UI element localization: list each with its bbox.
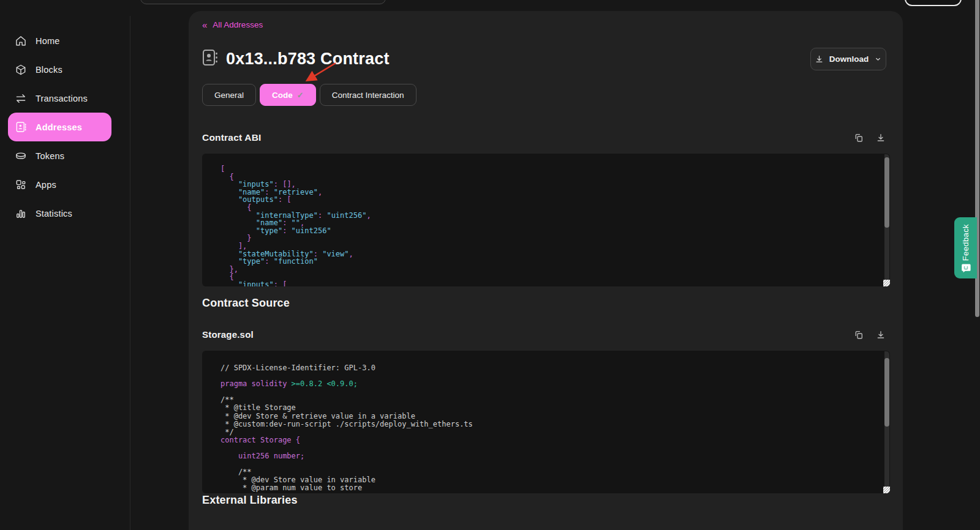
tokens-icon xyxy=(15,150,27,162)
sidebar-divider xyxy=(130,16,130,530)
feedback-button[interactable]: Feedback xyxy=(954,217,977,278)
download-file-icon[interactable] xyxy=(876,330,886,340)
source-code: // SPDX-License-Identifier: GPL-3.0 prag… xyxy=(202,351,890,493)
sidebar-item-label: Transactions xyxy=(36,94,88,103)
code-line: pragma solidity >=0.8.2 <0.9.0; xyxy=(221,380,890,388)
home-icon xyxy=(15,35,27,47)
tab-contract-interaction[interactable]: Contract Interaction xyxy=(320,84,417,106)
contract-source-title: Contract Source xyxy=(202,297,290,310)
feedback-label: Feedback xyxy=(961,224,970,261)
contract-abi-title: Contract ABI xyxy=(202,132,262,143)
source-file-name: Storage.sol xyxy=(202,329,254,340)
code-line: * @custom:dev-run-script ./scripts/deplo… xyxy=(221,420,890,428)
abi-scrollbar-thumb[interactable] xyxy=(884,157,889,228)
main-panel: « All Addresses 0x13...b783 Contract Dow… xyxy=(189,11,903,530)
sidebar-item-apps[interactable]: Apps xyxy=(8,170,111,199)
tab-list: GeneralCode✓Contract Interaction xyxy=(202,84,417,106)
sidebar-item-blocks[interactable]: Blocks xyxy=(8,55,111,84)
tab-label: Contract Interaction xyxy=(332,91,404,100)
search-input[interactable] xyxy=(140,0,386,4)
sidebar-item-label: Tokens xyxy=(36,151,64,161)
abi-resize-grip[interactable] xyxy=(883,280,890,286)
sidebar-item-home[interactable]: Home xyxy=(8,26,111,55)
transactions-icon xyxy=(15,92,27,105)
sidebar-item-transactions[interactable]: Transactions xyxy=(8,84,111,113)
code-line: "outputs": [ xyxy=(221,196,890,204)
feedback-smiley-icon xyxy=(961,263,971,273)
apps-icon xyxy=(15,179,27,191)
code-line: { xyxy=(221,173,890,181)
download-button[interactable]: Download xyxy=(810,48,886,70)
code-line xyxy=(221,460,890,468)
top-right-button[interactable] xyxy=(905,0,962,6)
code-line: [ xyxy=(221,165,890,173)
code-line: */ xyxy=(221,428,890,436)
copy-icon[interactable] xyxy=(854,133,864,143)
source-scrollbar-thumb[interactable] xyxy=(884,358,889,427)
code-line xyxy=(221,444,890,452)
sidebar-item-label: Apps xyxy=(36,180,56,190)
source-resize-grip[interactable] xyxy=(883,487,890,493)
code-line: "type": "function" xyxy=(221,258,890,266)
code-line: }, xyxy=(221,266,890,274)
code-line: /** xyxy=(221,396,890,404)
sidebar-item-tokens[interactable]: Tokens xyxy=(8,141,111,170)
sidebar-item-label: Home xyxy=(36,36,59,46)
sidebar-nav: HomeBlocksTransactionsAddressesTokensApp… xyxy=(0,26,130,228)
tab-label: General xyxy=(214,91,244,100)
code-line: "internalType": "uint256", xyxy=(221,212,890,220)
sidebar-item-statistics[interactable]: Statistics xyxy=(8,199,111,228)
abi-scrollbar-track[interactable] xyxy=(884,154,889,286)
code-line xyxy=(221,388,890,396)
tab-code[interactable]: Code✓ xyxy=(260,84,316,106)
double-chevron-left-icon: « xyxy=(202,20,207,29)
download-icon xyxy=(815,54,824,64)
blocks-icon xyxy=(15,64,27,76)
contract-abi-code-block: [ { "inputs": [], "name": "retrieve", "o… xyxy=(202,154,890,286)
external-libraries-title: External Libraries xyxy=(202,494,298,507)
code-line: { xyxy=(221,273,890,281)
abi-code: [ { "inputs": [], "name": "retrieve", "o… xyxy=(202,154,890,286)
code-line: "inputs": [ xyxy=(221,281,890,286)
code-line: uint256 number; xyxy=(221,452,890,460)
check-icon: ✓ xyxy=(297,91,304,100)
code-line: "type": "uint256" xyxy=(221,227,890,235)
source-scrollbar-track[interactable] xyxy=(884,351,889,493)
addresses-icon xyxy=(15,121,27,133)
code-line: } xyxy=(221,234,890,242)
chevron-down-icon xyxy=(874,55,882,63)
code-line: contract Storage { xyxy=(221,436,890,444)
download-file-icon[interactable] xyxy=(876,133,886,143)
code-line: "stateMutability": "view", xyxy=(221,250,890,258)
download-button-label: Download xyxy=(829,54,869,64)
title-row: 0x13...b783 Contract xyxy=(202,48,390,69)
source-code-block: // SPDX-License-Identifier: GPL-3.0 prag… xyxy=(202,351,890,493)
breadcrumb-label: All Addresses xyxy=(213,20,263,29)
code-line: "name": "retrieve", xyxy=(221,188,890,196)
code-line: * @param num value to store xyxy=(221,484,890,492)
tab-label: Code xyxy=(272,91,293,100)
copy-icon[interactable] xyxy=(854,330,864,340)
page-title: 0x13...b783 Contract xyxy=(226,50,390,69)
sidebar-item-addresses[interactable]: Addresses xyxy=(8,113,111,141)
sidebar-item-label: Addresses xyxy=(36,122,82,132)
sidebar-item-label: Statistics xyxy=(36,209,72,218)
breadcrumb[interactable]: « All Addresses xyxy=(202,20,263,29)
code-line: // SPDX-License-Identifier: GPL-3.0 xyxy=(221,364,890,372)
contract-card-icon xyxy=(202,48,218,69)
tab-general[interactable]: General xyxy=(202,84,256,106)
sidebar-item-label: Blocks xyxy=(36,65,62,75)
statistics-icon xyxy=(15,207,27,220)
